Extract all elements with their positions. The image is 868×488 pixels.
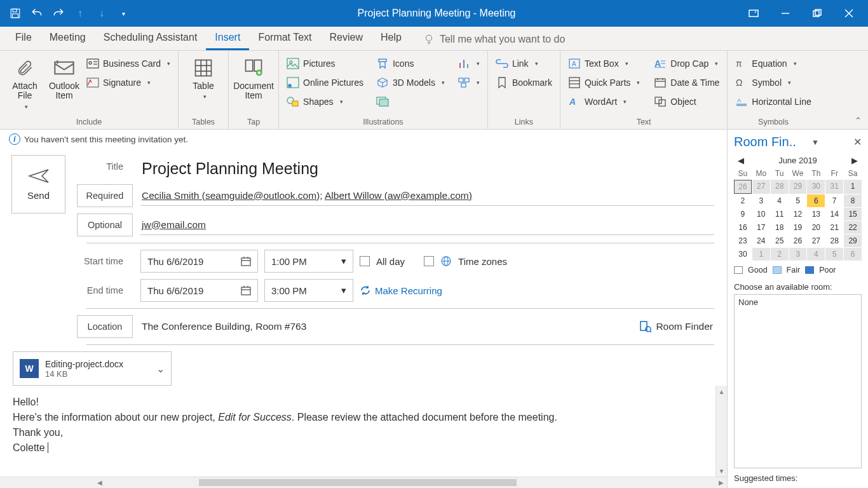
calendar-day[interactable]: 28 [771, 180, 789, 194]
undo-icon[interactable] [31, 7, 43, 20]
optional-button[interactable]: Optional [77, 214, 133, 236]
required-button[interactable]: Required [77, 184, 133, 207]
calendar-day[interactable]: 12 [789, 208, 807, 220]
make-recurring-button[interactable]: Make Recurring [360, 285, 442, 296]
calendar-day[interactable]: 1 [844, 180, 862, 194]
calendar-day[interactable]: 17 [752, 221, 770, 234]
ribbon-display-icon[interactable] [747, 7, 760, 20]
calendar-day[interactable]: 26 [789, 234, 807, 247]
tell-me-search[interactable]: Tell me what you want to do [423, 34, 565, 50]
business-card-button[interactable]: Business Card [84, 56, 173, 71]
calendar-day[interactable]: 21 [825, 221, 843, 234]
prev-month-icon[interactable]: ◀ [738, 156, 744, 165]
vertical-scrollbar[interactable]: ▲▼ [715, 386, 727, 477]
required-field[interactable]: Cecilia Smith (seamguide@outlook.com); A… [140, 186, 714, 206]
calendar-day[interactable]: 2 [734, 194, 752, 207]
screenshot-button[interactable] [374, 94, 447, 109]
calendar-day[interactable]: 9 [734, 208, 752, 220]
title-field[interactable]: Project Planning Meeting [140, 156, 714, 178]
calendar-day[interactable]: 20 [807, 221, 825, 234]
calendar-day[interactable]: 25 [771, 234, 789, 247]
collapse-ribbon-icon[interactable]: ⌃ [848, 51, 868, 129]
tab-file[interactable]: File [6, 27, 41, 50]
maximize-icon[interactable] [811, 7, 824, 20]
send-button[interactable]: Send [11, 155, 65, 214]
room-list-item[interactable]: None [738, 297, 857, 307]
calendar-day[interactable]: 14 [825, 208, 843, 220]
calendar-day[interactable]: 7 [825, 194, 843, 207]
symbol-button[interactable]: ΩSymbol [733, 75, 813, 90]
location-button[interactable]: Location [77, 315, 133, 338]
calendar-day[interactable]: 6 [844, 248, 862, 261]
tab-format-text[interactable]: Format Text [249, 27, 320, 50]
recipient[interactable]: Albert Willow (aw@example.com) [325, 190, 472, 201]
qat-customize-icon[interactable]: ▾ [117, 7, 130, 20]
calendar-day[interactable]: 22 [844, 221, 862, 234]
outlook-item-button[interactable]: Outlook Item [44, 53, 84, 101]
calendar-day[interactable]: 4 [807, 248, 825, 261]
calendar-day[interactable]: 19 [789, 221, 807, 234]
location-field[interactable]: The Conference Building, Room #763 Room … [140, 316, 714, 337]
equation-button[interactable]: πEquation [733, 56, 813, 71]
signature-button[interactable]: Signature [84, 75, 173, 90]
time-zones-checkbox[interactable] [424, 256, 434, 266]
room-list[interactable]: None [734, 294, 862, 468]
link-button[interactable]: Link [493, 56, 555, 71]
calendar-day[interactable]: 28 [825, 234, 843, 247]
calendar-day[interactable]: 1 [752, 248, 770, 261]
calendar-day[interactable]: 2 [771, 248, 789, 261]
recipient[interactable]: Cecilia Smith (seamguide@outlook.com) [142, 190, 320, 201]
redo-icon[interactable] [52, 7, 65, 20]
document-item-button[interactable]: Document Item [234, 53, 273, 101]
wordart-button[interactable]: AWordArt [566, 94, 642, 109]
3d-models-button[interactable]: 3D Models [374, 75, 447, 90]
calendar-day[interactable]: 16 [734, 221, 752, 234]
calendar-day[interactable]: 30 [807, 180, 825, 194]
calendar-day[interactable]: 3 [789, 248, 807, 261]
tab-review[interactable]: Review [321, 27, 372, 50]
calendar-day[interactable]: 4 [771, 194, 789, 207]
tab-meeting[interactable]: Meeting [41, 27, 95, 50]
calendar-day[interactable]: 18 [771, 221, 789, 234]
calendar-day[interactable]: 10 [752, 208, 770, 220]
chevron-down-icon[interactable]: ⌄ [156, 363, 165, 375]
horizontal-line-button[interactable]: AHorizontal Line [733, 94, 813, 109]
quick-parts-button[interactable]: Quick Parts [566, 75, 642, 90]
calendar-day[interactable]: 8 [844, 194, 862, 207]
smartart-button[interactable] [455, 75, 482, 90]
attach-file-button[interactable]: Attach File [5, 53, 44, 110]
bookmark-button[interactable]: Bookmark [493, 75, 555, 90]
calendar-day[interactable]: 23 [734, 234, 752, 247]
calendar-day[interactable]: 27 [752, 180, 770, 194]
calendar-day[interactable]: 5 [789, 194, 807, 207]
close-icon[interactable] [843, 7, 855, 20]
calendar-day[interactable]: 3 [752, 194, 770, 207]
calendar-day[interactable]: 27 [807, 234, 825, 247]
calendar-day[interactable]: 11 [771, 208, 789, 220]
calendar-day[interactable]: 5 [825, 248, 843, 261]
room-finder-button[interactable]: Room Finder [656, 321, 713, 332]
attachment[interactable]: W Editing-project.docx 14 KB ⌄ [13, 351, 172, 386]
calendar-day[interactable]: 24 [752, 234, 770, 247]
tab-scheduling-assistant[interactable]: Scheduling Assistant [95, 27, 207, 50]
start-date-field[interactable]: Thu 6/6/2019 [140, 250, 258, 273]
calendar-day[interactable]: 29 [789, 180, 807, 194]
calendar-day[interactable]: 29 [844, 234, 862, 247]
date-time-button[interactable]: Date & Time [651, 75, 722, 90]
optional-field[interactable]: jw@email.com [140, 215, 714, 235]
end-time-field[interactable]: 3:00 PM▾ [264, 279, 353, 302]
close-panel-icon[interactable]: ✕ [853, 136, 862, 148]
tab-help[interactable]: Help [372, 27, 410, 50]
table-button[interactable]: Table [184, 53, 223, 100]
minimize-icon[interactable] [779, 7, 792, 20]
tab-insert[interactable]: Insert [206, 27, 249, 50]
calendar-day[interactable]: 30 [734, 248, 752, 261]
horizontal-scrollbar[interactable]: ◀▶ [0, 477, 727, 488]
calendar-day[interactable]: 6 [807, 194, 825, 207]
end-date-field[interactable]: Thu 6/6/2019 [140, 279, 258, 302]
online-pictures-button[interactable]: Online Pictures [284, 75, 366, 90]
scrollbar-thumb[interactable] [199, 479, 517, 486]
shapes-button[interactable]: Shapes [284, 94, 366, 109]
save-icon[interactable] [9, 7, 22, 20]
calendar-day[interactable]: 26 [734, 180, 752, 194]
